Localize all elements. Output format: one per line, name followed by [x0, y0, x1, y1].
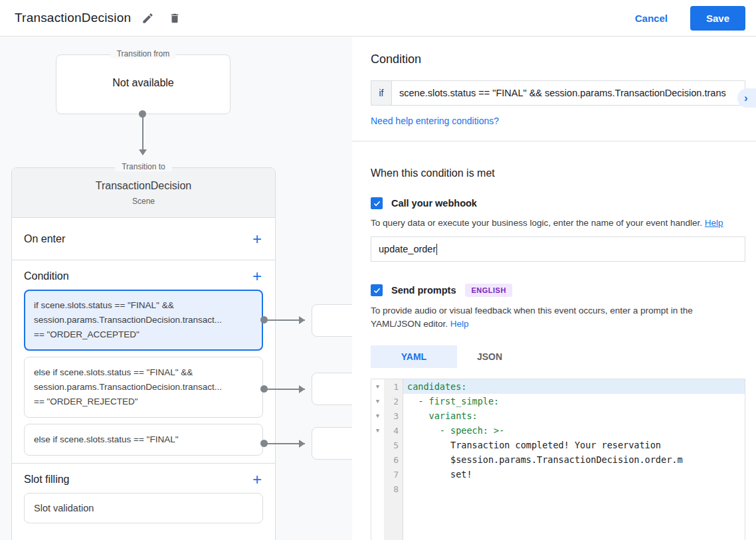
add-slot-button[interactable]: + — [251, 473, 263, 486]
code-line: - first_simple: — [403, 394, 745, 408]
scene-diagram: Transition from Not available Transition… — [0, 37, 352, 540]
condition-card-final[interactable]: else if scene.slots.status == "FINAL" — [24, 424, 263, 456]
yaml-editor[interactable]: ▼ ▼ ▼ ▼ 1 2 3 4 5 6 7 8 — [371, 379, 745, 540]
cancel-button[interactable]: Cancel — [624, 7, 678, 29]
code-line: $session.params.TransactionDecision.orde… — [403, 452, 745, 467]
transition-target-box[interactable] — [312, 304, 352, 337]
line-number-column: 1 2 3 4 5 6 7 8 — [384, 379, 403, 540]
webhook-description: To query data or execute your business l… — [371, 217, 743, 230]
pencil-icon — [142, 12, 154, 25]
line-number: 3 — [384, 408, 403, 423]
scene-name: TransactionDecision — [12, 180, 275, 192]
add-on-enter-button[interactable]: + — [251, 232, 263, 246]
transition-target-box[interactable] — [312, 427, 352, 460]
transition-from-box: Transition from Not available — [56, 54, 231, 114]
prompts-help-link[interactable]: Help — [450, 319, 469, 329]
tab-yaml[interactable]: YAML — [371, 345, 457, 368]
webhook-checkbox[interactable] — [371, 197, 383, 209]
on-enter-section: On enter + — [12, 218, 275, 260]
check-icon — [373, 200, 381, 207]
transition-from-value: Not available — [56, 77, 230, 89]
line-number: 8 — [384, 482, 403, 496]
prompts-checkbox-row: Send prompts ENGLISH — [371, 284, 745, 297]
webhook-checkbox-row: Call your webhook — [371, 197, 745, 209]
arrow-down-icon — [139, 149, 147, 155]
line-number: 6 — [384, 452, 403, 467]
save-button[interactable]: Save — [690, 6, 745, 31]
line-number: 4 — [384, 423, 403, 438]
transition-to-legend: Transition to — [115, 162, 172, 171]
page-title: TransactionDecision — [15, 11, 131, 25]
edit-title-button[interactable] — [138, 8, 158, 29]
when-met-heading: When this condition is met — [371, 167, 745, 179]
slot-validation-card[interactable]: Slot validation — [24, 493, 263, 523]
code-line: - speech: >- — [403, 423, 745, 438]
condition-expression-input[interactable] — [391, 80, 745, 106]
scene-type-label: Scene — [12, 197, 275, 206]
tab-json[interactable]: JSON — [457, 345, 522, 368]
prompts-description-text: To provide audio or visual feedback when… — [371, 306, 693, 329]
line-number: 7 — [384, 467, 403, 482]
text-caret — [436, 244, 437, 255]
delete-scene-button[interactable] — [165, 8, 185, 29]
fold-toggle-icon[interactable]: ▼ — [371, 379, 384, 394]
collapse-panel-button[interactable]: › — [737, 88, 756, 108]
fold-column: ▼ ▼ ▼ ▼ — [371, 379, 384, 540]
condition-detail-panel: Condition › if Need help entering condit… — [352, 37, 756, 540]
if-prefix-label: if — [371, 80, 391, 106]
scene-card-header: TransactionDecision Scene — [12, 168, 275, 218]
panel-divider — [352, 141, 756, 141]
webhook-description-text: To query data or execute your business l… — [371, 218, 702, 228]
slot-filling-label: Slot filling — [24, 474, 69, 486]
code-line: candidates: — [403, 379, 745, 394]
condition-card-accepted[interactable]: if scene.slots.status == "FINAL" && sess… — [24, 290, 263, 351]
on-enter-label: On enter — [24, 233, 65, 245]
trash-icon — [169, 12, 181, 25]
condition-card-rejected[interactable]: else if scene.slots.status == "FINAL" &&… — [24, 357, 263, 418]
top-bar: TransactionDecision Cancel Save — [0, 0, 756, 37]
prompts-label: Send prompts — [391, 285, 456, 296]
transition-target-box[interactable] — [312, 373, 352, 405]
code-line — [403, 482, 745, 496]
prompts-description: To provide audio or visual feedback when… — [371, 304, 743, 331]
webhook-help-link[interactable]: Help — [705, 218, 723, 228]
editor-tabs: YAML JSON — [371, 345, 745, 368]
line-number: 5 — [384, 438, 403, 452]
webhook-handler-input[interactable]: update_order — [371, 236, 745, 262]
transition-to-box: Transition to TransactionDecision Scene … — [11, 167, 276, 540]
code-line: Transaction completed! Your reservation — [403, 438, 745, 452]
slot-filling-section-header: Slot filling + — [12, 464, 275, 493]
code-area[interactable]: candidates: - first_simple: variants: - … — [403, 379, 745, 540]
prompts-checkbox[interactable] — [371, 284, 383, 296]
condition-expression-row: if — [371, 80, 745, 106]
fold-toggle-icon[interactable]: ▼ — [371, 423, 384, 438]
fold-toggle-icon[interactable]: ▼ — [371, 394, 384, 408]
add-condition-button[interactable]: + — [251, 270, 263, 283]
condition-panel-heading: Condition — [371, 52, 745, 66]
conditions-help-link[interactable]: Need help entering conditions? — [371, 116, 499, 126]
editor-gutter: ▼ ▼ ▼ ▼ 1 2 3 4 5 6 7 8 — [371, 379, 403, 540]
code-line: variants: — [403, 408, 745, 423]
webhook-handler-value: update_order — [379, 244, 436, 254]
line-number: 1 — [384, 379, 403, 394]
code-line: set! — [403, 467, 745, 482]
webhook-label: Call your webhook — [391, 198, 477, 209]
fold-toggle-icon[interactable]: ▼ — [371, 408, 384, 423]
transition-from-legend: Transition from — [110, 49, 177, 58]
connector-line — [142, 116, 143, 151]
chevron-right-icon: › — [744, 92, 748, 104]
language-badge: ENGLISH — [465, 284, 512, 297]
condition-section-header: Condition + — [12, 260, 275, 290]
scene-editor: TransactionDecision Cancel Save Transiti… — [0, 0, 756, 540]
line-number: 2 — [384, 394, 403, 408]
condition-section-label: Condition — [24, 270, 69, 282]
check-icon — [373, 287, 381, 294]
